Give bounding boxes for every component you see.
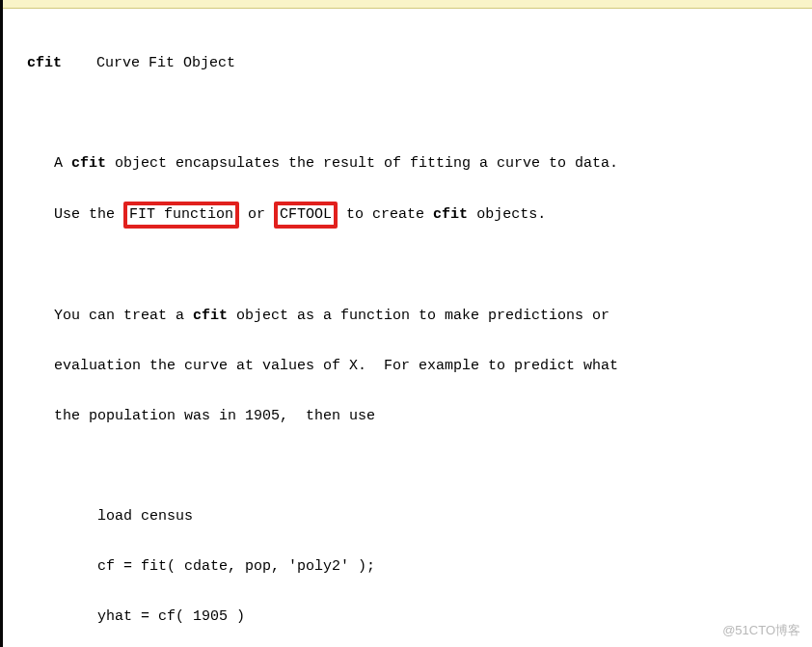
title-name: cfit	[27, 55, 62, 71]
left-border	[0, 0, 3, 647]
highlight-fit-function: FIT function	[123, 202, 239, 229]
text-bold: cfit	[433, 206, 468, 223]
text: object encapsulates the result of fittin…	[106, 155, 618, 172]
code-line: cf = fit( cdate, pop, 'poly2' );	[27, 554, 812, 580]
text: Use the	[54, 206, 123, 223]
doc-body: cfit Curve Fit Object A cfit object enca…	[0, 9, 812, 647]
code-line: load census	[27, 504, 812, 529]
title-desc: Curve Fit Object	[96, 55, 235, 71]
para2-line2: evaluation the curve at values of X. For…	[27, 354, 812, 379]
para2-line1: You can treat a cfit object as a functio…	[27, 304, 812, 329]
text: or	[239, 206, 274, 223]
watermark: @51CTO博客	[722, 622, 800, 639]
text: to create	[338, 206, 433, 223]
code-line: yhat = cf( 1905 )	[27, 605, 812, 630]
text: A	[54, 155, 71, 172]
para2-line3: the population was in 1905, then use	[27, 404, 812, 429]
para1-line1: A cfit object encapsulates the result of…	[27, 151, 812, 176]
text: object as a function to make predictions…	[228, 308, 609, 324]
text: objects.	[468, 206, 546, 223]
top-header-strip	[0, 0, 812, 9]
title-line: cfit Curve Fit Object	[27, 51, 812, 76]
text: You can treat a	[54, 308, 193, 324]
text-bold: cfit	[193, 308, 228, 324]
text-bold: cfit	[71, 155, 106, 172]
para1-line2: Use the FIT function or CFTOOL to create…	[27, 202, 812, 229]
highlight-cftool: CFTOOL	[274, 202, 338, 229]
